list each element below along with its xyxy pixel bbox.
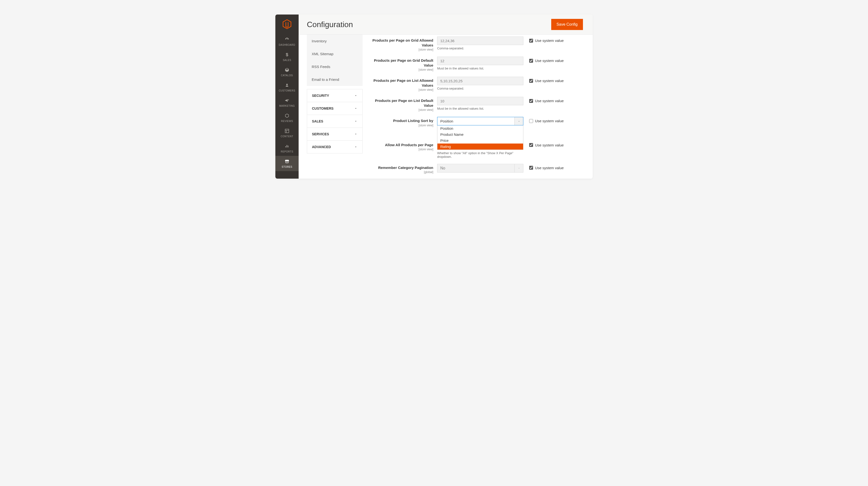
field-label: Products per Page on List Default Value	[366, 98, 433, 108]
use-system-checkbox[interactable]	[529, 166, 533, 170]
nav-dashboard[interactable]: DASHBOARD	[275, 34, 299, 49]
use-system-label: Use system value	[535, 79, 564, 83]
config-subitem-email-friend[interactable]: Email to a Friend	[307, 73, 363, 86]
save-config-button[interactable]: Save Config	[551, 19, 583, 30]
chevron-down-icon	[354, 94, 358, 97]
nav-label: CONTENT	[281, 135, 293, 138]
config-subitem-rss-feeds[interactable]: RSS Feeds	[307, 60, 363, 73]
nav-label: REVIEWS	[281, 120, 293, 123]
option-rating[interactable]: Rating	[437, 143, 523, 150]
field-hint: Comma-separated.	[437, 87, 523, 90]
nav-label: SALES	[283, 59, 291, 62]
sort-by-select[interactable]: Position Position Product Name Price Rat…	[437, 117, 523, 125]
page-title: Configuration	[307, 20, 353, 29]
page-header: Configuration Save Config	[299, 14, 593, 35]
grid-default-input[interactable]	[437, 57, 523, 65]
bar-chart-icon	[285, 143, 289, 149]
config-subitem-inventory[interactable]: Inventory	[307, 35, 363, 47]
use-system-checkbox[interactable]	[529, 59, 533, 63]
svg-rect-1	[285, 129, 289, 133]
nav-sales[interactable]: $ SALES	[275, 49, 299, 64]
caret-down-icon	[515, 164, 523, 172]
use-system-label: Use system value	[535, 166, 564, 170]
use-system-checkbox[interactable]	[529, 119, 533, 123]
chevron-down-icon	[354, 132, 358, 136]
option-product-name[interactable]: Product Name	[437, 131, 523, 137]
store-icon	[284, 158, 290, 165]
field-hint: Whether to show "All" option in the "Sho…	[437, 151, 523, 159]
nav-label: MARKETING	[279, 104, 295, 107]
nav-label: STORES	[282, 166, 292, 168]
content-area: Inventory XML Sitemap RSS Feeds Email to…	[299, 35, 593, 179]
nav-reviews[interactable]: REVIEWS	[275, 110, 299, 125]
row-grid-allowed: Products per Page on Grid Allowed Values…	[366, 37, 583, 51]
use-system-label: Use system value	[535, 119, 564, 123]
section-label: ADVANCED	[312, 145, 331, 149]
layout-icon	[285, 128, 289, 134]
select-value: Position	[437, 117, 456, 125]
app-window: DASHBOARD $ SALES CATALOG CUSTOMERS MARK…	[275, 14, 593, 179]
option-position[interactable]: Position	[437, 125, 523, 131]
option-price[interactable]: Price	[437, 137, 523, 143]
field-scope: [store view]	[366, 68, 433, 71]
section-label: SALES	[312, 119, 323, 123]
field-scope: [store view]	[366, 148, 433, 151]
row-list-allowed: Products per Page on List Allowed Values…	[366, 77, 583, 92]
grid-allowed-input[interactable]	[437, 37, 523, 45]
main-sidebar: DASHBOARD $ SALES CATALOG CUSTOMERS MARK…	[275, 14, 299, 179]
use-system-label: Use system value	[535, 143, 564, 147]
config-section-sales[interactable]: SALES	[307, 115, 363, 128]
config-section-customers[interactable]: CUSTOMERS	[307, 102, 363, 115]
field-label: Products per Page on List Allowed Values	[366, 78, 433, 88]
nav-stores[interactable]: STORES	[275, 156, 299, 171]
caret-up-icon	[515, 117, 523, 125]
config-section-services[interactable]: SERVICES	[307, 128, 363, 141]
remember-pagination-select[interactable]: No	[437, 164, 523, 172]
main-area: Configuration Save Config Inventory XML …	[299, 14, 593, 179]
field-label: Product Listing Sort by	[366, 118, 433, 123]
field-scope: [global]	[366, 170, 433, 174]
section-label: SERVICES	[312, 132, 329, 136]
row-grid-default: Products per Page on Grid Default Value …	[366, 57, 583, 71]
nav-catalog[interactable]: CATALOG	[275, 64, 299, 79]
config-subitem-xml-sitemap[interactable]: XML Sitemap	[307, 47, 363, 60]
magento-logo	[275, 14, 299, 34]
sort-by-dropdown: Position Product Name Price Rating	[437, 125, 523, 150]
section-label: CUSTOMERS	[312, 106, 334, 110]
field-label: Remember Category Pagination	[366, 165, 433, 170]
field-scope: [store view]	[366, 124, 433, 127]
svg-text:$: $	[286, 52, 288, 57]
use-system-label: Use system value	[535, 38, 564, 42]
chevron-down-icon	[354, 145, 358, 149]
use-system-checkbox[interactable]	[529, 39, 533, 42]
config-section-advanced[interactable]: ADVANCED	[307, 140, 363, 154]
field-hint: Must be in the allowed values list.	[437, 107, 523, 110]
row-list-default: Products per Page on List Default Value …	[366, 97, 583, 111]
hexagon-icon	[285, 112, 289, 119]
form-area: Products per Page on Grid Allowed Values…	[363, 35, 593, 179]
nav-reports[interactable]: REPORTS	[275, 141, 299, 156]
field-scope: [store view]	[366, 48, 433, 51]
field-scope: [store view]	[366, 108, 433, 111]
section-label: SECURITY	[312, 94, 329, 98]
nav-customers[interactable]: CUSTOMERS	[275, 79, 299, 95]
use-system-checkbox[interactable]	[529, 143, 533, 147]
chevron-down-icon	[354, 107, 358, 110]
row-sort-by: Product Listing Sort by [store view] Pos…	[366, 117, 583, 127]
nav-label: DASHBOARD	[279, 43, 295, 46]
magento-logo-icon	[282, 19, 291, 29]
field-label: Allow All Products per Page	[366, 142, 433, 148]
list-allowed-input[interactable]	[437, 77, 523, 85]
config-section-security[interactable]: SECURITY	[307, 89, 363, 102]
megaphone-icon	[284, 97, 290, 104]
list-default-input[interactable]	[437, 97, 523, 105]
config-side-nav: Inventory XML Sitemap RSS Feeds Email to…	[299, 35, 363, 179]
nav-marketing[interactable]: MARKETING	[275, 95, 299, 110]
nav-label: CUSTOMERS	[279, 89, 295, 92]
use-system-checkbox[interactable]	[529, 79, 533, 83]
field-scope: [store view]	[366, 88, 433, 92]
field-label: Products per Page on Grid Allowed Values	[366, 38, 433, 47]
chevron-down-icon	[354, 120, 358, 123]
nav-content[interactable]: CONTENT	[275, 125, 299, 141]
use-system-checkbox[interactable]	[529, 99, 533, 103]
